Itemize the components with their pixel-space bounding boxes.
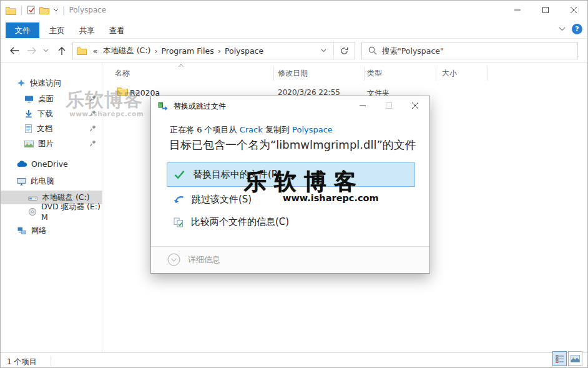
window-caption-buttons <box>503 1 587 19</box>
column-header-name[interactable]: 名称 <box>115 68 130 79</box>
search-box[interactable] <box>361 42 578 59</box>
separator: | <box>62 5 66 15</box>
navigation-bar: « 本地磁盘 (C:) › Program Files › Polyspace <box>1 39 587 62</box>
more-details-toggle[interactable]: 详细信息 <box>167 253 220 266</box>
column-divider[interactable] <box>488 67 488 81</box>
copy-progress-text: 正在将 6 个项目从 Crack 复制到 Polyspace <box>170 124 333 136</box>
thumbnail-view-button[interactable] <box>568 351 582 366</box>
ribbon-tab-bar: 文件 主页 共享 查看 ? <box>1 21 587 39</box>
back-button[interactable] <box>7 39 22 62</box>
recent-locations-chevron-icon[interactable] <box>40 39 51 62</box>
breadcrumb-separator: › <box>153 46 159 56</box>
breadcrumb-segment-program-files[interactable]: Program Files <box>159 46 217 56</box>
hard-drive-icon <box>28 194 37 201</box>
search-icon <box>368 46 377 55</box>
check-icon <box>174 170 185 179</box>
maximize-button[interactable] <box>531 1 559 19</box>
minimize-button[interactable] <box>503 1 531 19</box>
separator: | <box>20 5 23 15</box>
dialog-close-button[interactable] <box>402 96 428 115</box>
tab-home[interactable]: 主页 <box>42 22 72 38</box>
pictures-icon <box>24 140 34 148</box>
search-input[interactable] <box>382 46 577 56</box>
network-icon <box>17 227 27 235</box>
skip-arrow-icon <box>174 195 184 204</box>
document-icon <box>24 124 32 133</box>
explorer-window: | | Polyspace 文件 <box>0 0 588 368</box>
copy-destination-link[interactable]: Polyspace <box>292 125 333 134</box>
tab-file[interactable]: 文件 <box>6 22 39 38</box>
breadcrumb-overflow[interactable]: « <box>91 46 100 56</box>
refresh-icon[interactable] <box>334 47 355 55</box>
option-skip-file[interactable]: 跳过该文件(S) <box>174 194 252 206</box>
replace-skip-dialog: 替换或跳过文件 正在将 6 个项目从 Crack 复制到 Polyspace 目… <box>150 96 430 274</box>
pin-icon <box>89 124 97 132</box>
sidebar-item-this-pc[interactable]: 此电脑 <box>1 174 102 188</box>
qat-customize-chevron-icon[interactable] <box>53 8 59 12</box>
forward-button[interactable] <box>24 39 39 62</box>
sidebar-item-documents[interactable]: 文档 <box>1 122 102 136</box>
chevron-down-circle-icon <box>167 253 180 266</box>
address-bar[interactable]: « 本地磁盘 (C:) › Program Files › Polyspace <box>72 42 355 59</box>
close-button[interactable] <box>559 1 587 19</box>
sidebar-item-desktop[interactable]: 桌面 <box>1 92 102 106</box>
address-dropdown-chevron-icon[interactable] <box>314 49 333 52</box>
quick-access-star-icon <box>17 79 26 87</box>
conflict-heading: 目标已包含一个名为“libmwlmgrimpl.dll”的文件 <box>169 137 416 152</box>
title-bar: | | Polyspace <box>1 1 587 21</box>
sidebar-item-onedrive[interactable]: OneDrive <box>1 157 102 171</box>
column-header-size[interactable]: 大小 <box>442 68 457 79</box>
tab-share[interactable]: 共享 <box>72 22 102 38</box>
up-button[interactable] <box>54 39 69 62</box>
column-divider[interactable] <box>364 67 365 81</box>
dialog-title: 替换或跳过文件 <box>174 101 226 112</box>
column-header-type[interactable]: 类型 <box>367 68 382 79</box>
pin-icon <box>89 109 97 117</box>
dialog-title-bar: 替换或跳过文件 <box>151 96 429 116</box>
dialog-maximize-button <box>376 96 402 115</box>
new-folder-icon[interactable] <box>39 6 49 14</box>
column-divider[interactable] <box>436 67 436 81</box>
sidebar-item-quick-access[interactable]: 快速访问 <box>1 76 102 90</box>
properties-check-icon[interactable] <box>27 6 36 14</box>
column-divider[interactable] <box>273 67 274 81</box>
pin-icon <box>89 94 97 102</box>
separator <box>51 356 51 366</box>
sidebar-item-dvd-drive[interactable]: DVD 驱动器 (E:) M <box>1 205 102 219</box>
compare-files-icon <box>174 217 184 227</box>
column-header-modified[interactable]: 修改日期 <box>278 68 308 79</box>
computer-icon <box>17 177 26 186</box>
address-folder-icon <box>73 46 91 55</box>
quick-access-toolbar: | | Polyspace <box>6 5 106 15</box>
more-details-label: 详细信息 <box>188 254 220 266</box>
dvd-disc-icon <box>28 207 37 216</box>
breadcrumb-separator: › <box>217 46 222 56</box>
folder-icon <box>117 86 128 96</box>
dialog-minimize-button[interactable] <box>350 96 376 115</box>
sidebar-item-downloads[interactable]: 下载 <box>1 107 102 121</box>
navigation-pane: 快速访问 桌面 下载 文档 图片 OneDrive 此电脑 本地磁盘 (C:) <box>1 62 102 352</box>
details-view-button[interactable] <box>552 351 567 366</box>
option-replace-file[interactable]: 替换目标中的文件(R) <box>167 162 415 187</box>
window-folder-icon <box>6 6 16 15</box>
status-bar: 1 个项目 <box>1 352 587 368</box>
copy-source-link[interactable]: Crack <box>240 125 263 134</box>
expand-ribbon-chevron-icon[interactable] <box>559 27 566 31</box>
onedrive-cloud-icon <box>17 161 27 167</box>
desktop-icon <box>24 95 34 103</box>
tab-view[interactable]: 查看 <box>102 22 132 38</box>
sidebar-item-pictures[interactable]: 图片 <box>1 137 102 151</box>
breadcrumb-segment-drive[interactable]: 本地磁盘 (C:) <box>100 46 154 56</box>
sort-ascending-icon <box>178 64 184 67</box>
dialog-footer: 详细信息 <box>151 247 429 273</box>
window-title: Polyspace <box>69 6 106 14</box>
breadcrumb-segment-polyspace[interactable]: Polyspace <box>222 46 266 56</box>
option-compare-files[interactable]: 比较两个文件的信息(C) <box>174 216 289 228</box>
sidebar-item-network[interactable]: 网络 <box>1 224 102 237</box>
item-count: 1 个项目 <box>7 357 36 367</box>
copy-dialog-icon <box>158 102 169 111</box>
download-arrow-icon <box>24 109 33 118</box>
pin-icon <box>89 139 97 147</box>
help-icon[interactable]: ? <box>572 24 582 34</box>
